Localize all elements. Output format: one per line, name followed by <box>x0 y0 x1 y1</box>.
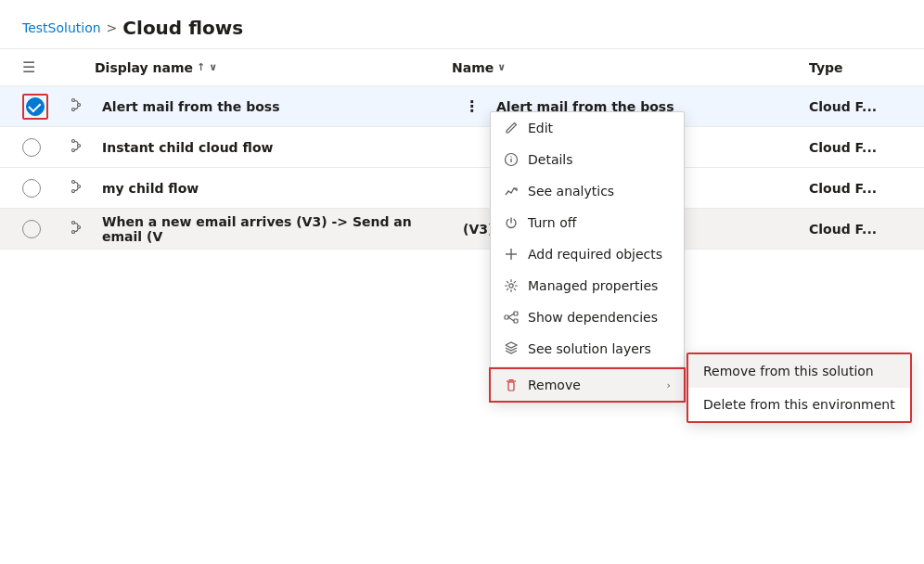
row-display-name: When a new email arrives (V3) -> Send an… <box>95 214 456 244</box>
svg-point-17 <box>509 284 513 288</box>
menu-show-dependencies-label: Show dependencies <box>528 310 671 325</box>
breadcrumb-parent[interactable]: TestSolution <box>22 20 101 35</box>
menu-add-required-label: Add required objects <box>528 247 671 262</box>
menu-turn-off-label: Turn off <box>528 215 671 230</box>
context-menu: Edit Details See analytics <box>490 111 685 402</box>
row-type: Cloud F... <box>809 99 902 114</box>
submenu-item-remove-from-solution[interactable]: Remove from this solution <box>688 354 910 388</box>
svg-point-3 <box>72 140 75 143</box>
header-name[interactable]: Name ∨ <box>452 60 809 75</box>
header-checkbox-col: ☰ <box>22 58 69 76</box>
menu-item-show-dependencies[interactable]: Show dependencies <box>491 301 684 333</box>
sort-desc-icon[interactable]: ∨ <box>209 61 217 73</box>
svg-point-11 <box>72 231 75 234</box>
breadcrumb: TestSolution > Cloud flows <box>0 0 924 49</box>
svg-rect-19 <box>514 312 518 315</box>
analytics-icon <box>504 184 519 199</box>
row-display-name: Instant child cloud flow <box>95 140 459 155</box>
menu-item-see-analytics[interactable]: See analytics <box>491 175 684 207</box>
svg-rect-20 <box>514 319 518 323</box>
list-icon: ☰ <box>22 58 35 76</box>
name-sort-icon[interactable]: ∨ <box>497 61 506 73</box>
flow-type-icon <box>69 97 83 112</box>
pencil-icon <box>504 121 519 135</box>
svg-point-2 <box>72 109 75 111</box>
svg-line-21 <box>508 314 514 317</box>
svg-point-7 <box>78 186 81 188</box>
menu-item-see-solution-layers[interactable]: See solution layers <box>491 333 684 365</box>
table-row: When a new email arrives (V3) -> Send an… <box>0 209 924 250</box>
table-header-row: ☰ Display name ↑ ∨ Name ∨ Type <box>0 49 924 86</box>
row-context-menu-button[interactable]: ⋮ <box>459 94 485 120</box>
flow-icon-col <box>69 179 95 197</box>
menu-managed-properties-label: Managed properties <box>528 278 671 293</box>
menu-edit-label: Edit <box>528 121 671 135</box>
submenu-item-delete-from-env[interactable]: Delete from this environment <box>688 388 910 421</box>
info-circle-icon <box>504 152 519 167</box>
row-type: Cloud F... <box>809 181 902 196</box>
svg-point-14 <box>510 156 511 157</box>
checkbox-unchecked[interactable] <box>22 179 41 198</box>
menu-item-add-required[interactable]: Add required objects <box>491 238 684 270</box>
menu-item-managed-properties[interactable]: Managed properties <box>491 270 684 301</box>
delete-from-env-label: Delete from this environment <box>703 397 895 412</box>
table-row: Alert mail from the boss ⋮ Alert mail fr… <box>0 86 924 127</box>
menu-details-label: Details <box>528 152 671 167</box>
menu-item-edit[interactable]: Edit <box>491 112 684 144</box>
svg-point-8 <box>72 190 75 193</box>
menu-item-turn-off[interactable]: Turn off <box>491 207 684 238</box>
header-display-name[interactable]: Display name ↑ ∨ <box>95 60 452 75</box>
row-type: Cloud F... <box>809 222 902 237</box>
remove-from-solution-label: Remove from this solution <box>703 364 874 378</box>
svg-point-6 <box>72 181 75 184</box>
svg-point-9 <box>72 222 75 224</box>
svg-point-5 <box>72 149 75 152</box>
menu-see-analytics-label: See analytics <box>528 184 671 199</box>
deps-icon <box>504 310 519 325</box>
svg-point-0 <box>72 99 75 102</box>
header-type: Type <box>809 60 902 75</box>
svg-rect-23 <box>508 382 514 391</box>
checkbox-outline <box>22 94 48 120</box>
svg-point-4 <box>78 145 81 147</box>
menu-see-solution-layers-label: See solution layers <box>528 341 671 356</box>
svg-point-10 <box>78 226 81 229</box>
gear-icon <box>504 278 519 293</box>
menu-item-remove[interactable]: Remove › <box>491 369 684 401</box>
flow-icon-col <box>69 220 95 237</box>
table-row: Instant child cloud flow Cloud F... <box>0 127 924 168</box>
submenu-chevron-icon: › <box>667 379 671 391</box>
sort-asc-icon[interactable]: ↑ <box>197 61 205 73</box>
menu-divider <box>491 366 684 367</box>
row-checkbox-col[interactable] <box>22 138 69 157</box>
table-row: my child flow Cloud F... <box>0 168 924 209</box>
layers-icon <box>504 341 519 356</box>
checkbox-unchecked[interactable] <box>22 138 41 157</box>
row-display-name: Alert mail from the boss <box>95 99 459 114</box>
power-icon <box>504 215 519 230</box>
plus-icon <box>504 247 519 262</box>
svg-point-1 <box>78 104 81 107</box>
menu-item-details[interactable]: Details <box>491 144 684 175</box>
row-display-name: my child flow <box>95 181 459 196</box>
flow-type-icon <box>69 220 83 235</box>
svg-line-22 <box>508 317 514 321</box>
checkbox-checked[interactable] <box>26 97 45 116</box>
checkbox-unchecked[interactable] <box>22 220 41 238</box>
trash-icon <box>504 378 519 392</box>
cloud-flows-table: ☰ Display name ↑ ∨ Name ∨ Type <box>0 49 924 250</box>
row-checkbox-col[interactable] <box>22 94 69 120</box>
breadcrumb-current: Cloud flows <box>122 17 243 39</box>
remove-submenu: Remove from this solution Delete from th… <box>687 352 912 423</box>
svg-rect-18 <box>505 315 508 319</box>
row-type: Cloud F... <box>809 140 902 155</box>
row-checkbox-col[interactable] <box>22 179 69 198</box>
breadcrumb-separator: > <box>107 20 118 35</box>
flow-icon-col <box>69 138 95 156</box>
flow-type-icon <box>69 179 83 194</box>
flow-icon-col <box>69 97 95 115</box>
flow-type-icon <box>69 138 83 153</box>
row-checkbox-col[interactable] <box>22 220 69 238</box>
menu-remove-label: Remove <box>528 378 658 392</box>
